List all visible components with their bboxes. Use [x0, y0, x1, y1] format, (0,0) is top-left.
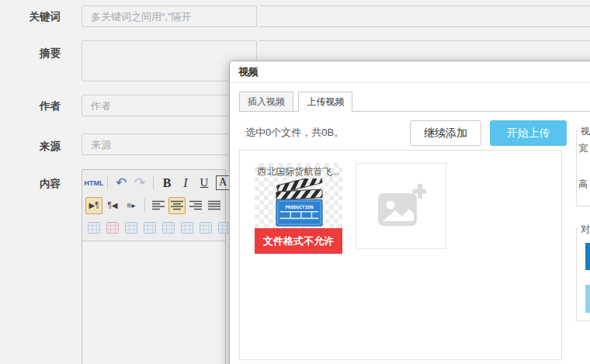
html-source-button[interactable]: HTML	[85, 175, 102, 192]
align-justify-button[interactable]	[206, 197, 223, 214]
dialog-title: 视频	[238, 65, 259, 79]
align-right-icon	[189, 200, 202, 210]
right-panel-row	[259, 6, 590, 27]
undo-icon: ↶	[116, 176, 127, 189]
queued-file-item[interactable]: 西北国际货航首飞... PRODUCTION 文件格式不允许	[255, 163, 342, 254]
rich-text-editor: HTML ↶ ↷ B I U A ▶¶ ¶◀ ≡▸	[82, 169, 226, 364]
summary-label: 摘要	[0, 47, 61, 61]
undo-button[interactable]: ↶	[113, 175, 130, 192]
italic-button[interactable]: I	[177, 175, 194, 192]
redo-button[interactable]: ↷	[131, 175, 148, 192]
width-label: 宽	[578, 142, 588, 155]
video-dialog: 视频 插入视频 上传视频 选中0个文件，共0B。 继续添加 开始上传 西北国际货…	[229, 61, 590, 364]
hanging-indent-icon: ¶◀	[107, 201, 117, 210]
align-legend: 对	[578, 223, 590, 236]
dialog-header: 视频	[230, 61, 590, 83]
file-error-badge: 文件格式不允许	[255, 228, 342, 254]
font-color-icon: A	[216, 175, 230, 190]
align-option-light[interactable]	[585, 285, 590, 313]
file-name: 西北国际货航首飞...	[255, 165, 342, 179]
bold-icon: B	[163, 176, 172, 190]
table-cell-button[interactable]	[123, 220, 140, 237]
table-insert-row-before-button[interactable]	[160, 220, 177, 237]
table-delete-col-icon	[106, 222, 119, 234]
toolbar-row-3	[85, 217, 222, 239]
add-more-files-button[interactable]: 继续添加	[410, 120, 481, 146]
table-insert-row-after-button[interactable]	[141, 220, 158, 237]
editor-toolbar: HTML ↶ ↷ B I U A ▶¶ ¶◀ ≡▸	[82, 170, 225, 241]
html-source-icon: HTML	[85, 179, 104, 187]
start-upload-button[interactable]: 开始上传	[490, 120, 567, 146]
keyword-label: 关键词	[0, 10, 61, 24]
table-insert-col-icon	[88, 222, 100, 234]
table-insert-row-before-icon	[162, 222, 175, 234]
table-insert-button[interactable]	[179, 220, 196, 237]
upload-queue-list: 西北国际货航首飞... PRODUCTION 文件格式不允许	[239, 150, 562, 360]
clapper-production-label: PRODUCTION	[285, 204, 314, 210]
cms-editor-screen: 关键词 摘要 作者 来源 内容 HTML ↶ ↷ B I U A ▶¶	[0, 0, 590, 364]
redo-icon: ↷	[134, 176, 145, 189]
table-cell-icon	[125, 222, 137, 234]
underline-button[interactable]: U	[196, 175, 213, 192]
toolbar-row-1: HTML ↶ ↷ B I U A	[85, 172, 222, 194]
indent-button[interactable]: ≡▸	[123, 197, 140, 214]
video-size-group: 视 宽 高	[576, 130, 590, 206]
align-center-icon	[171, 200, 183, 210]
tab-upload-video[interactable]: 上传视频	[298, 92, 352, 112]
align-left-icon	[152, 200, 165, 210]
table-delete-col-button[interactable]	[104, 220, 121, 237]
toolbar-separator	[144, 199, 145, 212]
video-clapperboard-icon: PRODUCTION	[272, 179, 325, 228]
table-insert-row-after-icon	[144, 222, 156, 234]
video-size-legend: 视	[578, 125, 590, 138]
editor-content-area[interactable]	[82, 241, 225, 364]
bold-button[interactable]: B	[158, 175, 175, 192]
table-rows-icon	[200, 222, 212, 234]
align-option-dark[interactable]	[585, 243, 590, 270]
toolbar-separator	[153, 176, 154, 189]
right-panel-row	[259, 27, 590, 41]
add-image-icon	[377, 184, 426, 229]
first-line-indent-button[interactable]: ▶¶	[85, 197, 102, 214]
author-label: 作者	[0, 99, 61, 113]
content-label: 内容	[0, 177, 61, 191]
align-left-button[interactable]	[150, 197, 167, 214]
upload-status-text: 选中0个文件，共0B。	[245, 126, 344, 140]
toolbar-row-2: ▶¶ ¶◀ ≡▸	[85, 194, 222, 217]
italic-icon: I	[183, 176, 187, 190]
dialog-tabstrip: 插入视频 上传视频	[239, 92, 590, 112]
align-justify-icon	[208, 200, 220, 210]
align-right-button[interactable]	[187, 197, 204, 214]
right-panel-cutoff	[259, 5, 590, 61]
hanging-indent-button[interactable]: ¶◀	[104, 197, 121, 214]
table-rows-button[interactable]	[197, 220, 214, 237]
underline-icon: U	[200, 176, 209, 189]
keyword-input[interactable]	[82, 5, 257, 27]
indent-icon: ≡▸	[127, 201, 136, 210]
height-label: 高	[578, 178, 588, 191]
first-line-indent-icon: ▶¶	[88, 201, 99, 210]
table-insert-col-button[interactable]	[85, 220, 102, 237]
align-center-button[interactable]	[168, 197, 186, 214]
toolbar-separator	[107, 176, 108, 189]
source-label: 来源	[0, 140, 61, 154]
add-file-tile[interactable]	[356, 163, 446, 249]
table-insert-icon	[181, 222, 193, 234]
align-group: 对	[576, 228, 590, 321]
tab-insert-video[interactable]: 插入视频	[239, 92, 293, 112]
